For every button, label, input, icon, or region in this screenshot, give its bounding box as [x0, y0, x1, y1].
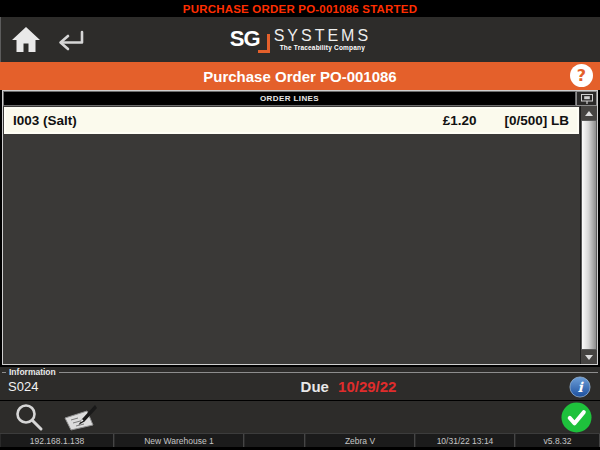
- pin-icon: [580, 93, 594, 105]
- back-arrow-icon: [51, 26, 87, 53]
- order-item-quantity: [0/500] LB: [504, 113, 569, 128]
- order-lines-header: ORDER LINES: [3, 91, 597, 106]
- check-icon: [561, 402, 592, 433]
- triangle-up-icon: [585, 111, 593, 116]
- info-icon: i: [569, 376, 591, 398]
- alert-bar: PURCHASE ORDER PO-001086 STARTED: [0, 0, 600, 17]
- order-lines-panel: ORDER LINES I003 (Salt) £1.20 [0/500] LB: [2, 90, 598, 365]
- home-button[interactable]: [11, 26, 41, 53]
- status-datetime: 10/31/22 13:14: [415, 434, 515, 447]
- signature-icon: [62, 403, 100, 431]
- info-button[interactable]: i: [569, 376, 591, 398]
- due-label: Due: [301, 378, 329, 395]
- supplier-code: S024: [8, 379, 128, 394]
- title-bar: Purchase Order PO-001086 ?: [0, 62, 600, 90]
- back-button[interactable]: [51, 26, 87, 53]
- status-device: Zebra V: [305, 434, 415, 447]
- status-bar: 192.168.1.138 New Warehouse 1 Zebra V 10…: [0, 433, 600, 447]
- app-window: PURCHASE ORDER PO-001086 STARTED SG: [0, 0, 600, 450]
- order-lines-list: I003 (Salt) £1.20 [0/500] LB: [3, 106, 580, 364]
- signature-button[interactable]: [62, 403, 100, 431]
- sg-systems-logo: SG SYSTEMS The Traceability Company: [221, 28, 381, 52]
- scrollbar-thumb[interactable]: [581, 120, 597, 350]
- alert-text: PURCHASE ORDER PO-001086 STARTED: [183, 3, 417, 15]
- bottom-toolbar: [0, 400, 600, 433]
- logo-systems-text: SYSTEMS: [274, 28, 371, 45]
- pin-button[interactable]: [576, 91, 597, 106]
- question-mark-icon: ?: [577, 66, 586, 85]
- status-ip-address: 192.168.1.138: [0, 434, 114, 447]
- due-date-value: 10/29/22: [338, 378, 396, 395]
- status-warehouse: New Warehouse 1: [114, 434, 244, 447]
- triangle-down-icon: [585, 355, 593, 360]
- scroll-down-button[interactable]: [581, 350, 597, 364]
- order-line-row[interactable]: I003 (Salt) £1.20 [0/500] LB: [4, 107, 579, 134]
- search-icon: [14, 403, 44, 432]
- logo-bracket: [258, 34, 270, 53]
- logo-tagline: The Traceability Company: [274, 44, 371, 51]
- search-button[interactable]: [14, 403, 44, 432]
- order-lines-title: ORDER LINES: [260, 94, 319, 103]
- header: SG SYSTEMS The Traceability Company: [0, 17, 600, 62]
- information-label: Information: [6, 367, 59, 377]
- status-version: v5.8.32: [515, 434, 600, 447]
- list-scrollbar: [580, 106, 597, 364]
- home-icon: [11, 26, 41, 53]
- information-divider: [2, 372, 598, 373]
- scroll-up-button[interactable]: [581, 106, 597, 120]
- page-title: Purchase Order PO-001086: [203, 68, 396, 85]
- help-button[interactable]: ?: [570, 64, 593, 87]
- information-section: Information S024 Due 10/29/22 i: [0, 365, 600, 400]
- due-date-text: Due 10/29/22: [128, 378, 569, 395]
- logo-sg-text: SG: [230, 26, 260, 51]
- confirm-button[interactable]: [561, 402, 592, 433]
- order-item-price: £1.20: [443, 113, 477, 128]
- order-item-name: I003 (Salt): [13, 113, 443, 128]
- status-empty: [244, 434, 305, 447]
